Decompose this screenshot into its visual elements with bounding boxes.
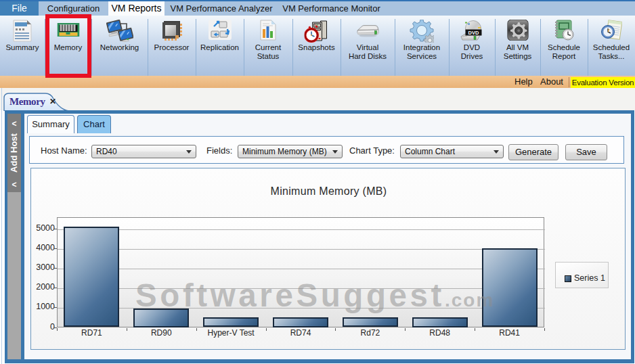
svg-text:DVD: DVD (468, 30, 479, 36)
